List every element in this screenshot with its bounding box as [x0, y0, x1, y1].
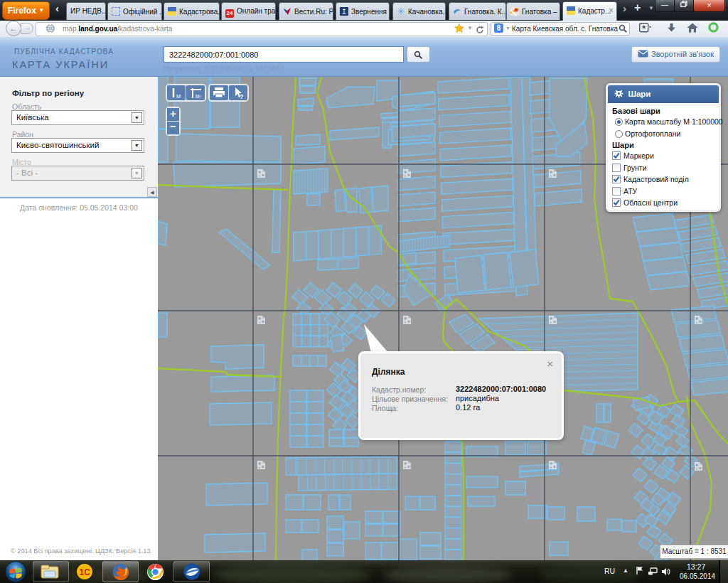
svg-text:1С: 1С [80, 567, 91, 577]
svg-text:М²: М² [196, 94, 201, 99]
svg-text:?: ? [240, 93, 244, 100]
svg-text:M: M [176, 93, 181, 100]
